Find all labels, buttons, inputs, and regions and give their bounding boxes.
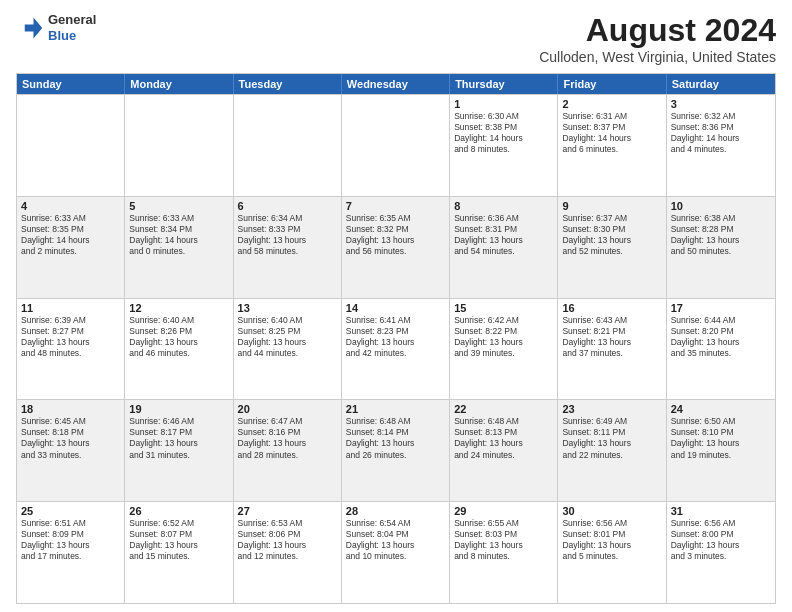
calendar-cell-8: 8Sunrise: 6:36 AM Sunset: 8:31 PM Daylig… (450, 197, 558, 298)
cell-date: 28 (346, 505, 445, 517)
cell-date: 21 (346, 403, 445, 415)
cell-date: 29 (454, 505, 553, 517)
cell-info: Sunrise: 6:36 AM Sunset: 8:31 PM Dayligh… (454, 213, 553, 257)
cell-info: Sunrise: 6:40 AM Sunset: 8:25 PM Dayligh… (238, 315, 337, 359)
header: General Blue August 2024 Culloden, West … (16, 12, 776, 65)
cell-date: 4 (21, 200, 120, 212)
logo-icon (16, 14, 44, 42)
calendar-cell-2: 2Sunrise: 6:31 AM Sunset: 8:37 PM Daylig… (558, 95, 666, 196)
cell-info: Sunrise: 6:33 AM Sunset: 8:34 PM Dayligh… (129, 213, 228, 257)
cell-info: Sunrise: 6:56 AM Sunset: 8:00 PM Dayligh… (671, 518, 771, 562)
cell-info: Sunrise: 6:48 AM Sunset: 8:13 PM Dayligh… (454, 416, 553, 460)
calendar-cell-empty-0-3 (342, 95, 450, 196)
calendar-cell-27: 27Sunrise: 6:53 AM Sunset: 8:06 PM Dayli… (234, 502, 342, 603)
cell-info: Sunrise: 6:48 AM Sunset: 8:14 PM Dayligh… (346, 416, 445, 460)
cell-info: Sunrise: 6:39 AM Sunset: 8:27 PM Dayligh… (21, 315, 120, 359)
cell-date: 20 (238, 403, 337, 415)
calendar-cell-empty-0-1 (125, 95, 233, 196)
cell-date: 30 (562, 505, 661, 517)
calendar-body: 1Sunrise: 6:30 AM Sunset: 8:38 PM Daylig… (17, 94, 775, 603)
page-container: General Blue August 2024 Culloden, West … (0, 0, 792, 612)
cell-date: 14 (346, 302, 445, 314)
cell-info: Sunrise: 6:44 AM Sunset: 8:20 PM Dayligh… (671, 315, 771, 359)
cell-date: 10 (671, 200, 771, 212)
cell-date: 7 (346, 200, 445, 212)
calendar-cell-16: 16Sunrise: 6:43 AM Sunset: 8:21 PM Dayli… (558, 299, 666, 400)
calendar-cell-18: 18Sunrise: 6:45 AM Sunset: 8:18 PM Dayli… (17, 400, 125, 501)
calendar-row-4: 18Sunrise: 6:45 AM Sunset: 8:18 PM Dayli… (17, 399, 775, 501)
calendar-cell-9: 9Sunrise: 6:37 AM Sunset: 8:30 PM Daylig… (558, 197, 666, 298)
calendar-cell-5: 5Sunrise: 6:33 AM Sunset: 8:34 PM Daylig… (125, 197, 233, 298)
cell-date: 6 (238, 200, 337, 212)
calendar-cell-4: 4Sunrise: 6:33 AM Sunset: 8:35 PM Daylig… (17, 197, 125, 298)
calendar-cell-29: 29Sunrise: 6:55 AM Sunset: 8:03 PM Dayli… (450, 502, 558, 603)
cell-info: Sunrise: 6:56 AM Sunset: 8:01 PM Dayligh… (562, 518, 661, 562)
calendar-row-5: 25Sunrise: 6:51 AM Sunset: 8:09 PM Dayli… (17, 501, 775, 603)
cell-date: 24 (671, 403, 771, 415)
calendar-cell-21: 21Sunrise: 6:48 AM Sunset: 8:14 PM Dayli… (342, 400, 450, 501)
cell-date: 8 (454, 200, 553, 212)
calendar-cell-6: 6Sunrise: 6:34 AM Sunset: 8:33 PM Daylig… (234, 197, 342, 298)
cell-date: 17 (671, 302, 771, 314)
cell-info: Sunrise: 6:49 AM Sunset: 8:11 PM Dayligh… (562, 416, 661, 460)
calendar-cell-15: 15Sunrise: 6:42 AM Sunset: 8:22 PM Dayli… (450, 299, 558, 400)
calendar-cell-7: 7Sunrise: 6:35 AM Sunset: 8:32 PM Daylig… (342, 197, 450, 298)
cell-date: 11 (21, 302, 120, 314)
cell-date: 25 (21, 505, 120, 517)
cell-date: 9 (562, 200, 661, 212)
calendar-cell-10: 10Sunrise: 6:38 AM Sunset: 8:28 PM Dayli… (667, 197, 775, 298)
calendar-cell-24: 24Sunrise: 6:50 AM Sunset: 8:10 PM Dayli… (667, 400, 775, 501)
header-day-sunday: Sunday (17, 74, 125, 94)
cell-date: 27 (238, 505, 337, 517)
calendar-row-1: 1Sunrise: 6:30 AM Sunset: 8:38 PM Daylig… (17, 94, 775, 196)
calendar-cell-25: 25Sunrise: 6:51 AM Sunset: 8:09 PM Dayli… (17, 502, 125, 603)
cell-info: Sunrise: 6:45 AM Sunset: 8:18 PM Dayligh… (21, 416, 120, 460)
cell-info: Sunrise: 6:55 AM Sunset: 8:03 PM Dayligh… (454, 518, 553, 562)
calendar-row-2: 4Sunrise: 6:33 AM Sunset: 8:35 PM Daylig… (17, 196, 775, 298)
cell-info: Sunrise: 6:37 AM Sunset: 8:30 PM Dayligh… (562, 213, 661, 257)
cell-info: Sunrise: 6:41 AM Sunset: 8:23 PM Dayligh… (346, 315, 445, 359)
calendar-cell-17: 17Sunrise: 6:44 AM Sunset: 8:20 PM Dayli… (667, 299, 775, 400)
header-day-saturday: Saturday (667, 74, 775, 94)
calendar-cell-14: 14Sunrise: 6:41 AM Sunset: 8:23 PM Dayli… (342, 299, 450, 400)
cell-info: Sunrise: 6:42 AM Sunset: 8:22 PM Dayligh… (454, 315, 553, 359)
calendar-row-3: 11Sunrise: 6:39 AM Sunset: 8:27 PM Dayli… (17, 298, 775, 400)
cell-info: Sunrise: 6:38 AM Sunset: 8:28 PM Dayligh… (671, 213, 771, 257)
cell-date: 18 (21, 403, 120, 415)
calendar-cell-30: 30Sunrise: 6:56 AM Sunset: 8:01 PM Dayli… (558, 502, 666, 603)
logo-text: General Blue (48, 12, 96, 43)
cell-info: Sunrise: 6:35 AM Sunset: 8:32 PM Dayligh… (346, 213, 445, 257)
calendar-cell-13: 13Sunrise: 6:40 AM Sunset: 8:25 PM Dayli… (234, 299, 342, 400)
cell-date: 16 (562, 302, 661, 314)
cell-info: Sunrise: 6:50 AM Sunset: 8:10 PM Dayligh… (671, 416, 771, 460)
cell-date: 12 (129, 302, 228, 314)
logo: General Blue (16, 12, 96, 43)
calendar-cell-23: 23Sunrise: 6:49 AM Sunset: 8:11 PM Dayli… (558, 400, 666, 501)
cell-info: Sunrise: 6:31 AM Sunset: 8:37 PM Dayligh… (562, 111, 661, 155)
cell-info: Sunrise: 6:30 AM Sunset: 8:38 PM Dayligh… (454, 111, 553, 155)
cell-info: Sunrise: 6:54 AM Sunset: 8:04 PM Dayligh… (346, 518, 445, 562)
calendar: SundayMondayTuesdayWednesdayThursdayFrid… (16, 73, 776, 604)
calendar-cell-19: 19Sunrise: 6:46 AM Sunset: 8:17 PM Dayli… (125, 400, 233, 501)
cell-date: 3 (671, 98, 771, 110)
svg-marker-1 (25, 17, 43, 38)
calendar-cell-22: 22Sunrise: 6:48 AM Sunset: 8:13 PM Dayli… (450, 400, 558, 501)
cell-info: Sunrise: 6:33 AM Sunset: 8:35 PM Dayligh… (21, 213, 120, 257)
cell-date: 22 (454, 403, 553, 415)
header-day-friday: Friday (558, 74, 666, 94)
cell-info: Sunrise: 6:32 AM Sunset: 8:36 PM Dayligh… (671, 111, 771, 155)
main-title: August 2024 (539, 12, 776, 49)
cell-date: 5 (129, 200, 228, 212)
header-day-wednesday: Wednesday (342, 74, 450, 94)
calendar-cell-3: 3Sunrise: 6:32 AM Sunset: 8:36 PM Daylig… (667, 95, 775, 196)
cell-info: Sunrise: 6:47 AM Sunset: 8:16 PM Dayligh… (238, 416, 337, 460)
cell-info: Sunrise: 6:51 AM Sunset: 8:09 PM Dayligh… (21, 518, 120, 562)
header-day-monday: Monday (125, 74, 233, 94)
cell-info: Sunrise: 6:53 AM Sunset: 8:06 PM Dayligh… (238, 518, 337, 562)
calendar-cell-empty-0-0 (17, 95, 125, 196)
calendar-cell-11: 11Sunrise: 6:39 AM Sunset: 8:27 PM Dayli… (17, 299, 125, 400)
calendar-header: SundayMondayTuesdayWednesdayThursdayFrid… (17, 74, 775, 94)
calendar-cell-20: 20Sunrise: 6:47 AM Sunset: 8:16 PM Dayli… (234, 400, 342, 501)
cell-date: 19 (129, 403, 228, 415)
cell-date: 15 (454, 302, 553, 314)
